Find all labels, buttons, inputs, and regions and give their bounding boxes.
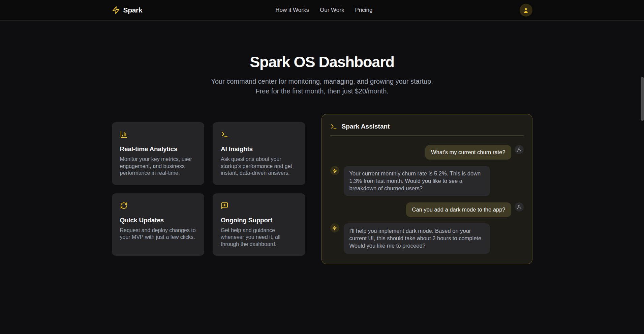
spark-bolt-icon bbox=[332, 226, 337, 230]
user-message-bubble: Can you add a dark mode to the app? bbox=[406, 202, 511, 217]
scrollbar-thumb[interactable] bbox=[641, 77, 644, 121]
spark-bolt-icon bbox=[332, 168, 337, 173]
bar-chart-icon bbox=[120, 131, 128, 138]
feature-description: Request and deploy changes to your MVP w… bbox=[120, 227, 196, 241]
content-section: Real-time Analytics Monitor your key met… bbox=[112, 114, 532, 264]
feature-card-ongoing-support: Ongoing Support Get help and guidance wh… bbox=[213, 193, 305, 256]
features-grid: Real-time Analytics Monitor your key met… bbox=[112, 122, 305, 256]
page-subtitle: Your command center for monitoring, mana… bbox=[207, 77, 437, 96]
user-avatar bbox=[515, 145, 524, 154]
feature-description: Get help and guidance whenever you need … bbox=[221, 227, 297, 248]
feature-title: Quick Updates bbox=[120, 217, 196, 224]
brand-logo[interactable]: Spark bbox=[112, 6, 143, 14]
chat-message-assistant: Your current monthly churn rate is 5.2%.… bbox=[330, 166, 524, 196]
terminal-icon bbox=[330, 123, 337, 130]
feature-title: AI Insights bbox=[221, 145, 297, 153]
assistant-panel-header: Spark Assistant bbox=[330, 123, 524, 130]
chat-messages: What's my current churn rate? Your curre… bbox=[330, 145, 524, 254]
message-square-plus-icon bbox=[221, 202, 228, 210]
user-icon bbox=[517, 204, 522, 210]
divider bbox=[330, 135, 524, 136]
assistant-message-bubble: Your current monthly churn rate is 5.2%.… bbox=[344, 166, 490, 196]
main-nav: How it Works Our Work Pricing bbox=[275, 7, 372, 13]
feature-card-quick-updates: Quick Updates Request and deploy changes… bbox=[112, 193, 205, 256]
chat-message-user: Can you add a dark mode to the app? bbox=[330, 202, 524, 217]
page-title: Spark OS Dashboard bbox=[0, 53, 644, 71]
feature-title: Real-time Analytics bbox=[120, 145, 196, 153]
assistant-avatar bbox=[330, 166, 339, 175]
user-icon bbox=[517, 147, 522, 152]
user-icon bbox=[523, 7, 529, 13]
assistant-title: Spark Assistant bbox=[342, 123, 390, 130]
spark-bolt-icon bbox=[112, 6, 120, 14]
feature-description: Monitor your key metrics, user engagemen… bbox=[120, 156, 196, 177]
assistant-message-bubble: I'll help you implement dark mode. Based… bbox=[344, 223, 490, 253]
nav-pricing[interactable]: Pricing bbox=[355, 7, 372, 13]
brand-name: Spark bbox=[123, 6, 143, 14]
header: Spark How it Works Our Work Pricing bbox=[0, 0, 644, 21]
chat-message-user: What's my current churn rate? bbox=[330, 145, 524, 160]
user-message-bubble: What's my current churn rate? bbox=[425, 145, 511, 160]
feature-card-ai-insights: AI Insights Ask questions about your sta… bbox=[213, 122, 305, 185]
chat-message-assistant: I'll help you implement dark mode. Based… bbox=[330, 223, 524, 253]
terminal-icon bbox=[221, 131, 228, 138]
feature-card-realtime-analytics: Real-time Analytics Monitor your key met… bbox=[112, 122, 205, 185]
user-avatar bbox=[515, 202, 524, 212]
nav-how-it-works[interactable]: How it Works bbox=[275, 7, 309, 13]
assistant-avatar bbox=[330, 223, 339, 232]
feature-title: Ongoing Support bbox=[221, 217, 297, 224]
refresh-icon bbox=[120, 202, 128, 210]
nav-our-work[interactable]: Our Work bbox=[320, 7, 344, 13]
user-avatar-button[interactable] bbox=[520, 4, 532, 17]
hero-section: Spark OS Dashboard Your command center f… bbox=[0, 21, 644, 96]
feature-description: Ask questions about your startup's perfo… bbox=[221, 156, 297, 177]
spark-assistant-panel: Spark Assistant What's my current churn … bbox=[321, 114, 532, 264]
